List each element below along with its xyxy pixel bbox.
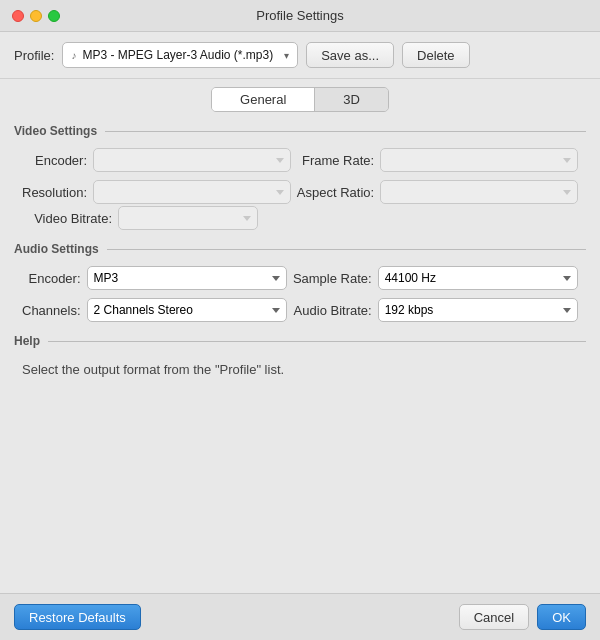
profile-row: Profile: ♪ MP3 - MPEG Layer-3 Audio (*.m…	[0, 32, 600, 79]
frame-rate-select[interactable]	[380, 148, 578, 172]
profile-dropdown[interactable]: ♪ MP3 - MPEG Layer-3 Audio (*.mp3) ▾	[62, 42, 298, 68]
resolution-select[interactable]	[93, 180, 291, 204]
audio-settings-header: Audio Settings	[14, 242, 586, 256]
sample-rate-label: Sample Rate:	[293, 271, 372, 286]
section-divider	[105, 131, 586, 132]
sample-rate-select[interactable]: 44100 Hz 22050 Hz 11025 Hz	[378, 266, 578, 290]
bottom-right-buttons: Cancel OK	[459, 604, 586, 630]
help-title: Help	[14, 334, 40, 348]
video-bitrate-select[interactable]	[118, 206, 258, 230]
encoder-label: Encoder:	[22, 153, 87, 168]
cancel-button[interactable]: Cancel	[459, 604, 529, 630]
video-settings-section: Video Settings Encoder: Frame Rate: Reso…	[14, 124, 586, 230]
help-header: Help	[14, 334, 586, 348]
resolution-label: Resolution:	[22, 185, 87, 200]
tab-3d[interactable]: 3D	[315, 88, 388, 111]
main-content: Video Settings Encoder: Frame Rate: Reso…	[0, 112, 600, 593]
channels-label: Channels:	[22, 303, 81, 318]
save-as-button[interactable]: Save as...	[306, 42, 394, 68]
restore-defaults-button[interactable]: Restore Defaults	[14, 604, 141, 630]
audio-settings-form: Encoder: MP3 AAC OGG Sample Rate: 44100 …	[14, 266, 586, 322]
tab-container: General 3D	[211, 87, 389, 112]
minimize-button[interactable]	[30, 10, 42, 22]
window-title: Profile Settings	[256, 8, 343, 23]
video-bitrate-row: Video Bitrate:	[14, 206, 586, 230]
video-settings-form: Encoder: Frame Rate: Resolution: Aspect …	[14, 148, 586, 204]
channels-select[interactable]: 2 Channels Stereo 1 Channel Mono	[87, 298, 287, 322]
aspect-ratio-select[interactable]	[380, 180, 578, 204]
frame-rate-label: Frame Rate:	[297, 153, 374, 168]
video-encoder-select[interactable]	[93, 148, 291, 172]
section-divider-help	[48, 341, 586, 342]
video-settings-header: Video Settings	[14, 124, 586, 138]
tab-general[interactable]: General	[212, 88, 315, 111]
maximize-button[interactable]	[48, 10, 60, 22]
profile-label: Profile:	[14, 48, 54, 63]
mp3-icon: ♪	[71, 50, 76, 61]
audio-encoder-label: Encoder:	[22, 271, 81, 286]
audio-settings-title: Audio Settings	[14, 242, 99, 256]
aspect-ratio-label: Aspect Ratio:	[297, 185, 374, 200]
chevron-down-icon: ▾	[284, 50, 289, 61]
audio-bitrate-select[interactable]: 192 kbps 128 kbps 256 kbps 320 kbps	[378, 298, 578, 322]
help-section: Help Select the output format from the "…	[14, 334, 586, 381]
section-divider-audio	[107, 249, 586, 250]
close-button[interactable]	[12, 10, 24, 22]
video-bitrate-label: Video Bitrate:	[22, 211, 112, 226]
audio-settings-section: Audio Settings Encoder: MP3 AAC OGG Samp…	[14, 242, 586, 322]
title-bar: Profile Settings	[0, 0, 600, 32]
profile-selected-value: MP3 - MPEG Layer-3 Audio (*.mp3)	[82, 48, 273, 62]
help-content: Select the output format from the "Profi…	[14, 358, 586, 381]
video-settings-title: Video Settings	[14, 124, 97, 138]
traffic-lights	[12, 10, 60, 22]
ok-button[interactable]: OK	[537, 604, 586, 630]
tabs-bar: General 3D	[0, 79, 600, 112]
audio-bitrate-label: Audio Bitrate:	[293, 303, 372, 318]
audio-encoder-select[interactable]: MP3 AAC OGG	[87, 266, 287, 290]
bottom-bar: Restore Defaults Cancel OK	[0, 593, 600, 640]
delete-button[interactable]: Delete	[402, 42, 470, 68]
